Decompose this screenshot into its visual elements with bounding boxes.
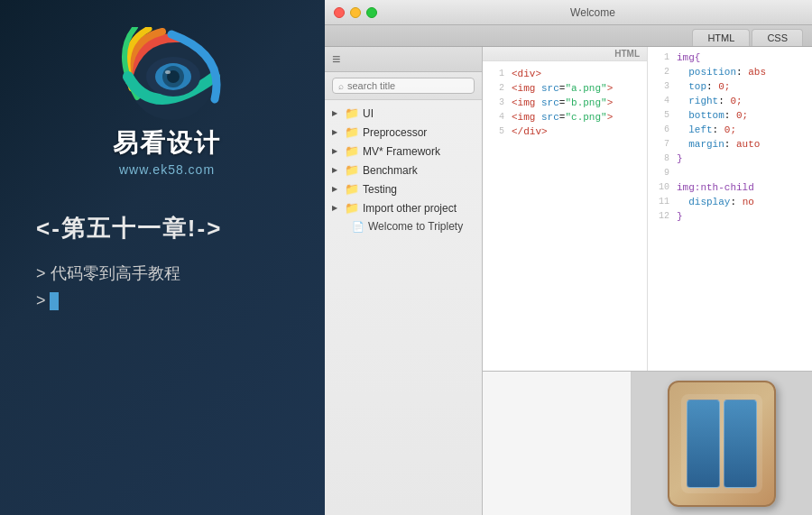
tree-label: Welcome to Triplety [368, 220, 463, 233]
card-visual [668, 381, 776, 507]
brand-url: www.ek58.com [119, 162, 215, 177]
tree-label: UI [363, 107, 374, 120]
code-line: 2 <img src="a.png"> [483, 81, 647, 96]
code-line: 9 [648, 166, 812, 180]
tree-label: MV* Framework [363, 145, 440, 158]
code-header-html: HTML [483, 47, 647, 61]
search-icon: ⌕ [338, 81, 344, 91]
code-line: 4 <img src="c.png"> [483, 110, 647, 124]
code-line: 12 } [648, 209, 812, 224]
tab-html[interactable]: HTML [692, 29, 750, 46]
chevron-icon: ▶ [332, 204, 341, 212]
chevron-icon: ▶ [332, 147, 341, 155]
code-panel-left: HTML 1 <div> 2 <img src="a.png"> [483, 47, 648, 371]
traffic-light-fullscreen[interactable] [366, 7, 377, 18]
folder-icon: 📁 [345, 144, 359, 158]
tree-label: Testing [363, 183, 397, 196]
tab-css[interactable]: CSS [752, 29, 803, 46]
sidebar-toolbar: ≡ [325, 47, 482, 72]
code-line: 8 } [648, 152, 812, 166]
window-titlebar: Welcome [325, 0, 812, 25]
folder-icon: 📁 [345, 106, 359, 120]
tree-item-benchmark[interactable]: ▶ 📁 Benchmark [325, 161, 482, 179]
code-area: HTML 1 <div> 2 <img src="a.png"> [483, 47, 812, 515]
tree-item-preprocessor[interactable]: ▶ 📁 Preprocessor [325, 123, 482, 142]
bottom-left-panel [483, 372, 632, 515]
chevron-icon: ▶ [332, 166, 341, 174]
folder-icon: 📁 [345, 125, 359, 139]
card-inner [681, 394, 762, 493]
code-line: 10 img:nth-child [648, 180, 812, 195]
code-line: 1 img{ [648, 51, 812, 65]
tree-item-testing[interactable]: ▶ 📁 Testing [325, 179, 482, 198]
cursor-block [50, 292, 59, 310]
code-line: 7 margin: auto [648, 137, 812, 152]
tree-label: Import other project [363, 202, 457, 215]
tree-label: Benchmark [363, 164, 418, 177]
menu-icon[interactable]: ≡ [332, 51, 340, 68]
code-line: 11 display: no [648, 195, 812, 209]
code-line: 4 right: 0; [648, 94, 812, 108]
window-title: Welcome [383, 6, 803, 19]
left-panel: 易看设计 www.ek58.com <-第五十一章!-> > 代码零到高手教程 … [0, 0, 325, 515]
main-content: ≡ ⌕ ▶ 📁 UI ▶ 📁 [325, 47, 812, 515]
folder-icon: 📁 [345, 163, 359, 177]
tab-bar: HTML CSS [325, 25, 812, 47]
sidebar: ≡ ⌕ ▶ 📁 UI ▶ 📁 [325, 47, 483, 515]
file-tree: ▶ 📁 UI ▶ 📁 Preprocessor ▶ 📁 MV* Framewor… [325, 100, 482, 515]
search-input[interactable] [347, 80, 468, 91]
file-icon: 📄 [352, 221, 364, 233]
tree-label: Preprocessor [363, 126, 427, 139]
code-line: 1 <div> [483, 67, 647, 81]
svg-point-5 [165, 70, 171, 74]
window-chrome: Welcome HTML CSS ≡ ⌕ [325, 0, 812, 515]
code-line: 5 bottom: 0; [648, 108, 812, 123]
chapter-area: <-第五十一章!-> > 代码零到高手教程 > [27, 213, 222, 310]
chevron-icon: ▶ [332, 109, 341, 117]
tree-item-import[interactable]: ▶ 📁 Import other project [325, 198, 482, 217]
brand-name: 易看设计 [113, 126, 221, 161]
bottom-right-panel [632, 372, 812, 515]
code-line: 3 <img src="b.png"> [483, 96, 647, 110]
code-body-css[interactable]: 1 img{ 2 position: abs 3 top: 0; [648, 47, 812, 371]
code-line: 5 </div> [483, 124, 647, 139]
chapter-cursor: > [36, 291, 222, 310]
folder-icon: 📁 [345, 201, 359, 215]
code-line: 6 left: 0; [648, 123, 812, 137]
code-line: 2 position: abs [648, 65, 812, 79]
chapter-title: <-第五十一章!-> [36, 213, 222, 244]
tree-item-mvframework[interactable]: ▶ 📁 MV* Framework [325, 142, 482, 161]
chevron-icon: ▶ [332, 128, 341, 136]
right-panel: Welcome HTML CSS ≡ ⌕ [325, 0, 812, 515]
tree-item-ui[interactable]: ▶ 📁 UI [325, 104, 482, 123]
card-column-left [687, 400, 720, 488]
traffic-light-close[interactable] [334, 7, 345, 18]
search-input-wrap: ⌕ [332, 78, 475, 94]
search-bar: ⌕ [325, 72, 482, 100]
logo-graphic [108, 27, 226, 126]
code-line: 3 top: 0; [648, 79, 812, 94]
traffic-light-minimize[interactable] [350, 7, 361, 18]
logo-area: 易看设计 www.ek58.com [108, 27, 226, 177]
folder-icon: 📁 [345, 182, 359, 196]
card-column-right [724, 400, 757, 488]
code-body-html[interactable]: 1 <div> 2 <img src="a.png"> 3 <img src="… [483, 61, 647, 371]
bottom-panel [483, 371, 812, 515]
chapter-desc1: > 代码零到高手教程 [36, 262, 222, 284]
chevron-icon: ▶ [332, 185, 341, 193]
tree-item-welcome[interactable]: 📄 Welcome to Triplety [325, 217, 482, 235]
code-panel-right: 1 img{ 2 position: abs 3 top: 0; [648, 47, 812, 371]
